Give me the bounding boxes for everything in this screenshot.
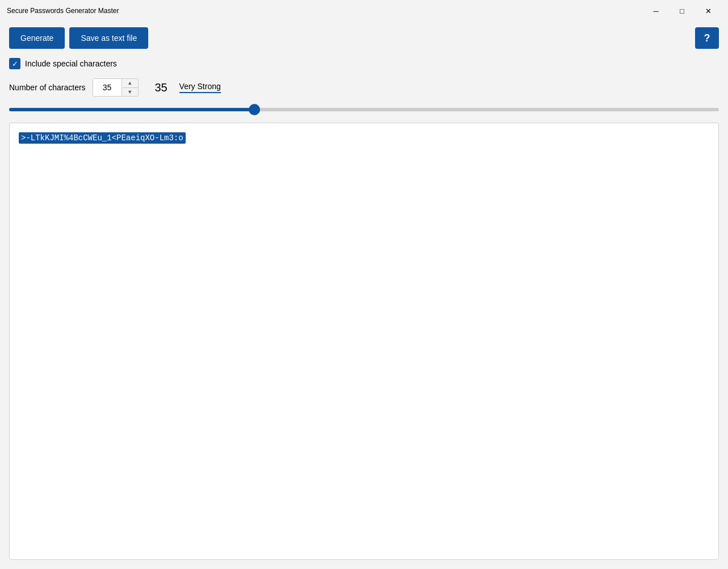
main-window: Secure Passwords Generator Master ─ □ ✕ … [0,0,728,569]
strength-label: Very Strong [179,82,221,93]
minimize-button[interactable]: ─ [643,2,669,19]
help-button[interactable]: ? [695,27,719,49]
question-mark-icon: ? [704,32,710,44]
toolbar: Generate Save as text file ? [9,27,719,49]
num-chars-label: Number of characters [9,83,86,92]
num-chars-spinner[interactable]: ▲ ▼ [93,78,139,97]
window-title: Secure Passwords Generator Master [7,7,119,15]
password-area: >-LTkKJMI%4BcCWEu_1<PEaeiqXO-Lm3:o [9,123,719,560]
spinner-buttons: ▲ ▼ [122,79,138,96]
slider-row [9,103,719,114]
spinner-up-button[interactable]: ▲ [122,79,138,88]
checkmark-icon: ✓ [12,60,18,68]
special-chars-checkbox-wrapper[interactable]: ✓ Include special characters [9,58,117,69]
close-button[interactable]: ✕ [695,2,721,19]
length-slider[interactable] [9,108,719,111]
num-chars-input[interactable] [93,79,122,96]
char-count-display: 35 [150,81,173,94]
main-content: Generate Save as text file ? ✓ Include s… [0,20,728,569]
spinner-down-button[interactable]: ▼ [122,88,138,97]
title-bar: Secure Passwords Generator Master ─ □ ✕ [0,0,728,20]
special-chars-label: Include special characters [25,59,117,68]
password-text[interactable]: >-LTkKJMI%4BcCWEu_1<PEaeiqXO-Lm3:o [19,132,186,144]
toolbar-left: Generate Save as text file [9,27,148,49]
controls-row: Number of characters ▲ ▼ 35 Very Strong [9,78,719,97]
maximize-button[interactable]: □ [669,2,695,19]
generate-button[interactable]: Generate [9,27,65,49]
save-button[interactable]: Save as text file [69,27,148,49]
window-controls: ─ □ ✕ [643,2,721,19]
special-chars-checkbox[interactable]: ✓ [9,58,20,69]
options-row: ✓ Include special characters [9,58,719,69]
